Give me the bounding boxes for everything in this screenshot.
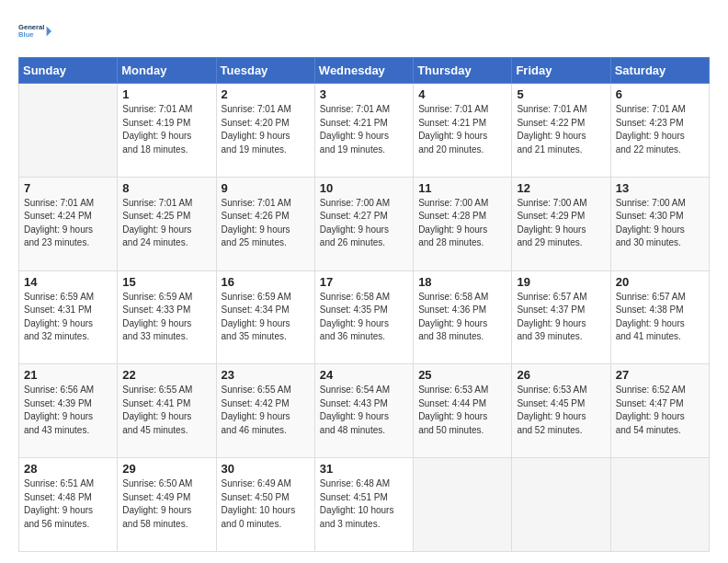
calendar-header-row: Sunday Monday Tuesday Wednesday Thursday… [19, 58, 710, 84]
calendar-cell-w1-d5: 4Sunrise: 7:01 AMSunset: 4:21 PMDaylight… [414, 84, 512, 178]
calendar-week-1: 1Sunrise: 7:01 AMSunset: 4:19 PMDaylight… [19, 84, 710, 178]
calendar-week-2: 7Sunrise: 7:01 AMSunset: 4:24 PMDaylight… [19, 177, 710, 270]
calendar-cell-w2-d1: 7Sunrise: 7:01 AMSunset: 4:24 PMDaylight… [19, 177, 118, 270]
calendar-cell-w5-d2: 29Sunrise: 6:50 AMSunset: 4:49 PMDayligh… [118, 458, 216, 552]
day-number: 5 [517, 87, 605, 101]
header-saturday: Saturday [610, 58, 709, 84]
cell-info: Sunrise: 7:00 AMSunset: 4:30 PMDaylight:… [616, 197, 704, 250]
day-number: 1 [122, 87, 210, 101]
header: General Blue [18, 15, 710, 48]
day-number: 12 [517, 181, 605, 195]
svg-text:Blue: Blue [18, 30, 34, 39]
cell-info: Sunrise: 6:50 AMSunset: 4:49 PMDaylight:… [122, 477, 210, 531]
cell-info: Sunrise: 7:00 AMSunset: 4:28 PMDaylight:… [418, 197, 506, 250]
calendar-cell-w5-d3: 30Sunrise: 6:49 AMSunset: 4:50 PMDayligh… [216, 458, 314, 552]
calendar-cell-w1-d7: 6Sunrise: 7:01 AMSunset: 4:23 PMDaylight… [610, 84, 709, 178]
page: General Blue Sunday Monday Tuesday Wedne… [0, 0, 728, 563]
calendar-cell-w3-d6: 19Sunrise: 6:57 AMSunset: 4:37 PMDayligh… [512, 270, 610, 364]
day-number: 26 [517, 368, 605, 382]
cell-info: Sunrise: 6:51 AMSunset: 4:48 PMDaylight:… [24, 477, 112, 531]
calendar-cell-w2-d2: 8Sunrise: 7:01 AMSunset: 4:25 PMDaylight… [118, 177, 216, 270]
day-number: 7 [24, 181, 112, 195]
calendar-week-4: 21Sunrise: 6:56 AMSunset: 4:39 PMDayligh… [19, 364, 710, 458]
calendar-cell-w2-d6: 12Sunrise: 7:00 AMSunset: 4:29 PMDayligh… [512, 177, 610, 270]
calendar-cell-w4-d4: 24Sunrise: 6:54 AMSunset: 4:43 PMDayligh… [314, 364, 413, 458]
calendar-cell-w1-d6: 5Sunrise: 7:01 AMSunset: 4:22 PMDaylight… [512, 84, 610, 178]
calendar-cell-w4-d1: 21Sunrise: 6:56 AMSunset: 4:39 PMDayligh… [19, 364, 118, 458]
cell-info: Sunrise: 7:01 AMSunset: 4:24 PMDaylight:… [24, 197, 112, 250]
calendar-cell-w2-d7: 13Sunrise: 7:00 AMSunset: 4:30 PMDayligh… [610, 177, 709, 270]
cell-info: Sunrise: 7:01 AMSunset: 4:25 PMDaylight:… [122, 197, 210, 250]
day-number: 19 [517, 275, 605, 289]
cell-info: Sunrise: 7:00 AMSunset: 4:29 PMDaylight:… [517, 197, 605, 250]
cell-info: Sunrise: 6:48 AMSunset: 4:51 PMDaylight:… [320, 477, 408, 531]
day-number: 24 [320, 368, 408, 382]
calendar-cell-w2-d4: 10Sunrise: 7:00 AMSunset: 4:27 PMDayligh… [314, 177, 413, 270]
header-friday: Friday [512, 58, 610, 84]
header-thursday: Thursday [414, 58, 512, 84]
cell-info: Sunrise: 6:58 AMSunset: 4:35 PMDaylight:… [320, 291, 408, 344]
header-wednesday: Wednesday [314, 58, 413, 84]
calendar-table: Sunday Monday Tuesday Wednesday Thursday… [18, 57, 710, 552]
cell-info: Sunrise: 7:01 AMSunset: 4:23 PMDaylight:… [616, 103, 704, 156]
day-number: 16 [222, 275, 310, 289]
calendar-cell-w1-d4: 3Sunrise: 7:01 AMSunset: 4:21 PMDaylight… [314, 84, 413, 178]
calendar-cell-w4-d3: 23Sunrise: 6:55 AMSunset: 4:42 PMDayligh… [216, 364, 314, 458]
calendar-cell-w3-d2: 15Sunrise: 6:59 AMSunset: 4:33 PMDayligh… [118, 270, 216, 364]
cell-info: Sunrise: 6:56 AMSunset: 4:39 PMDaylight:… [24, 384, 112, 437]
cell-info: Sunrise: 6:57 AMSunset: 4:38 PMDaylight:… [616, 291, 704, 344]
day-number: 4 [418, 87, 506, 101]
svg-marker-2 [47, 27, 51, 37]
cell-info: Sunrise: 7:01 AMSunset: 4:22 PMDaylight:… [517, 103, 605, 156]
cell-info: Sunrise: 6:49 AMSunset: 4:50 PMDaylight:… [222, 477, 310, 531]
calendar-week-3: 14Sunrise: 6:59 AMSunset: 4:31 PMDayligh… [19, 270, 710, 364]
day-number: 22 [122, 368, 210, 382]
day-number: 27 [616, 368, 704, 382]
calendar-cell-w5-d1: 28Sunrise: 6:51 AMSunset: 4:48 PMDayligh… [19, 458, 118, 552]
day-number: 3 [320, 87, 408, 101]
day-number: 18 [418, 275, 506, 289]
day-number: 2 [222, 87, 310, 101]
day-number: 20 [616, 275, 704, 289]
day-number: 15 [122, 275, 210, 289]
day-number: 8 [122, 181, 210, 195]
calendar-cell-w3-d5: 18Sunrise: 6:58 AMSunset: 4:36 PMDayligh… [414, 270, 512, 364]
calendar-cell-w1-d3: 2Sunrise: 7:01 AMSunset: 4:20 PMDaylight… [216, 84, 314, 178]
cell-info: Sunrise: 6:52 AMSunset: 4:47 PMDaylight:… [616, 384, 704, 437]
cell-info: Sunrise: 6:53 AMSunset: 4:45 PMDaylight:… [517, 384, 605, 437]
day-number: 17 [320, 275, 408, 289]
cell-info: Sunrise: 6:53 AMSunset: 4:44 PMDaylight:… [418, 384, 506, 437]
calendar-cell-w4-d6: 26Sunrise: 6:53 AMSunset: 4:45 PMDayligh… [512, 364, 610, 458]
cell-info: Sunrise: 7:01 AMSunset: 4:26 PMDaylight:… [222, 197, 310, 250]
cell-info: Sunrise: 6:59 AMSunset: 4:33 PMDaylight:… [122, 291, 210, 344]
day-number: 30 [222, 462, 310, 476]
day-number: 25 [418, 368, 506, 382]
calendar-cell-w5-d5 [414, 458, 512, 552]
day-number: 9 [222, 181, 310, 195]
day-number: 13 [616, 181, 704, 195]
logo: General Blue [18, 15, 55, 48]
calendar-cell-w5-d7 [610, 458, 709, 552]
calendar-cell-w3-d3: 16Sunrise: 6:59 AMSunset: 4:34 PMDayligh… [216, 270, 314, 364]
calendar-cell-w1-d2: 1Sunrise: 7:01 AMSunset: 4:19 PMDaylight… [118, 84, 216, 178]
calendar-cell-w2-d5: 11Sunrise: 7:00 AMSunset: 4:28 PMDayligh… [414, 177, 512, 270]
calendar-week-5: 28Sunrise: 6:51 AMSunset: 4:48 PMDayligh… [19, 458, 710, 552]
header-monday: Monday [118, 58, 216, 84]
header-tuesday: Tuesday [216, 58, 314, 84]
calendar-cell-w3-d7: 20Sunrise: 6:57 AMSunset: 4:38 PMDayligh… [610, 270, 709, 364]
day-number: 31 [320, 462, 408, 476]
svg-text:General: General [18, 23, 44, 31]
cell-info: Sunrise: 6:54 AMSunset: 4:43 PMDaylight:… [320, 384, 408, 437]
day-number: 10 [320, 181, 408, 195]
calendar-cell-w1-d1 [19, 84, 118, 178]
calendar-cell-w5-d6 [512, 458, 610, 552]
day-number: 28 [24, 462, 112, 476]
calendar-cell-w5-d4: 31Sunrise: 6:48 AMSunset: 4:51 PMDayligh… [314, 458, 413, 552]
calendar-cell-w4-d2: 22Sunrise: 6:55 AMSunset: 4:41 PMDayligh… [118, 364, 216, 458]
cell-info: Sunrise: 6:57 AMSunset: 4:37 PMDaylight:… [517, 291, 605, 344]
header-sunday: Sunday [19, 58, 118, 84]
calendar-cell-w4-d5: 25Sunrise: 6:53 AMSunset: 4:44 PMDayligh… [414, 364, 512, 458]
calendar-cell-w3-d4: 17Sunrise: 6:58 AMSunset: 4:35 PMDayligh… [314, 270, 413, 364]
day-number: 21 [24, 368, 112, 382]
day-number: 23 [222, 368, 310, 382]
